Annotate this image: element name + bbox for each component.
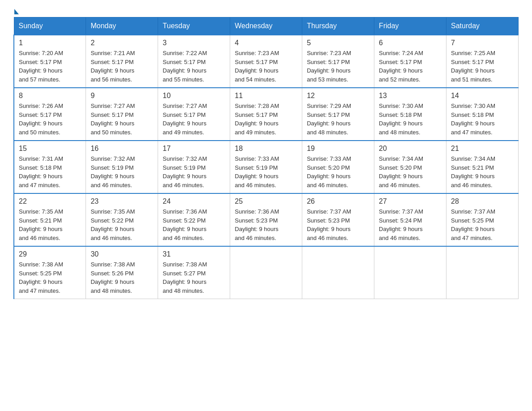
calendar-cell: 17Sunrise: 7:32 AMSunset: 5:19 PMDayligh… (158, 141, 230, 193)
day-number: 21 (451, 145, 514, 153)
calendar-cell: 5Sunrise: 7:23 AMSunset: 5:17 PMDaylight… (302, 35, 374, 88)
calendar-cell: 4Sunrise: 7:23 AMSunset: 5:17 PMDaylight… (230, 35, 302, 88)
calendar-week-row: 1Sunrise: 7:20 AMSunset: 5:17 PMDaylight… (14, 35, 519, 88)
calendar-cell: 30Sunrise: 7:38 AMSunset: 5:26 PMDayligh… (86, 246, 158, 299)
day-info: Sunrise: 7:38 AMSunset: 5:26 PMDaylight:… (90, 260, 153, 295)
day-number: 8 (19, 92, 81, 100)
day-number: 25 (235, 197, 297, 206)
day-number: 14 (451, 92, 514, 100)
calendar-cell: 14Sunrise: 7:30 AMSunset: 5:18 PMDayligh… (446, 88, 519, 141)
day-number: 30 (90, 250, 153, 258)
calendar-cell: 2Sunrise: 7:21 AMSunset: 5:17 PMDaylight… (86, 35, 158, 88)
day-info: Sunrise: 7:34 AMSunset: 5:20 PMDaylight:… (379, 154, 442, 189)
calendar-cell: 8Sunrise: 7:26 AMSunset: 5:17 PMDaylight… (14, 88, 86, 141)
day-info: Sunrise: 7:36 AMSunset: 5:23 PMDaylight:… (235, 207, 297, 242)
day-of-week-saturday: Saturday (446, 17, 519, 35)
day-info: Sunrise: 7:37 AMSunset: 5:23 PMDaylight:… (307, 207, 369, 242)
calendar-cell (374, 246, 446, 299)
day-info: Sunrise: 7:25 AMSunset: 5:17 PMDaylight:… (451, 49, 514, 84)
calendar-cell: 16Sunrise: 7:32 AMSunset: 5:19 PMDayligh… (86, 141, 158, 193)
calendar-week-row: 22Sunrise: 7:35 AMSunset: 5:21 PMDayligh… (14, 193, 519, 246)
day-number: 29 (19, 250, 81, 258)
day-number: 10 (163, 92, 225, 100)
day-number: 13 (379, 92, 442, 100)
calendar-cell: 27Sunrise: 7:37 AMSunset: 5:24 PMDayligh… (374, 193, 446, 246)
calendar-cell: 1Sunrise: 7:20 AMSunset: 5:17 PMDaylight… (14, 35, 86, 88)
page-header (13, 9, 519, 13)
calendar-cell (446, 246, 519, 299)
day-number: 6 (379, 39, 442, 47)
day-info: Sunrise: 7:23 AMSunset: 5:17 PMDaylight:… (235, 49, 297, 84)
day-info: Sunrise: 7:20 AMSunset: 5:17 PMDaylight:… (19, 49, 81, 84)
day-number: 17 (163, 145, 225, 153)
day-number: 22 (19, 197, 81, 206)
calendar-cell (230, 246, 302, 299)
calendar-cell: 26Sunrise: 7:37 AMSunset: 5:23 PMDayligh… (302, 193, 374, 246)
day-number: 16 (90, 145, 153, 153)
calendar-table: SundayMondayTuesdayWednesdayThursdayFrid… (13, 17, 519, 299)
calendar-cell: 3Sunrise: 7:22 AMSunset: 5:17 PMDaylight… (158, 35, 230, 88)
calendar-cell: 7Sunrise: 7:25 AMSunset: 5:17 PMDaylight… (446, 35, 519, 88)
day-info: Sunrise: 7:36 AMSunset: 5:22 PMDaylight:… (163, 207, 225, 242)
day-info: Sunrise: 7:37 AMSunset: 5:25 PMDaylight:… (451, 207, 514, 242)
day-number: 31 (163, 250, 225, 258)
logo-triangle-icon (14, 9, 19, 14)
day-of-week-friday: Friday (374, 17, 446, 35)
day-info: Sunrise: 7:33 AMSunset: 5:20 PMDaylight:… (307, 154, 369, 189)
day-number: 19 (307, 145, 369, 153)
day-number: 4 (235, 39, 297, 47)
day-info: Sunrise: 7:24 AMSunset: 5:17 PMDaylight:… (379, 49, 442, 84)
day-info: Sunrise: 7:30 AMSunset: 5:18 PMDaylight:… (451, 102, 514, 137)
day-info: Sunrise: 7:33 AMSunset: 5:19 PMDaylight:… (235, 154, 297, 189)
day-number: 15 (19, 145, 81, 153)
day-info: Sunrise: 7:30 AMSunset: 5:18 PMDaylight:… (379, 102, 442, 137)
day-info: Sunrise: 7:27 AMSunset: 5:17 PMDaylight:… (90, 102, 153, 137)
calendar-cell: 20Sunrise: 7:34 AMSunset: 5:20 PMDayligh… (374, 141, 446, 193)
day-info: Sunrise: 7:38 AMSunset: 5:27 PMDaylight:… (163, 260, 225, 295)
day-info: Sunrise: 7:28 AMSunset: 5:17 PMDaylight:… (235, 102, 297, 137)
calendar-cell: 13Sunrise: 7:30 AMSunset: 5:18 PMDayligh… (374, 88, 446, 141)
day-number: 26 (307, 197, 369, 206)
calendar-cell: 25Sunrise: 7:36 AMSunset: 5:23 PMDayligh… (230, 193, 302, 246)
day-number: 1 (19, 39, 81, 47)
day-info: Sunrise: 7:26 AMSunset: 5:17 PMDaylight:… (19, 102, 81, 137)
calendar-cell: 11Sunrise: 7:28 AMSunset: 5:17 PMDayligh… (230, 88, 302, 141)
day-of-week-tuesday: Tuesday (158, 17, 230, 35)
calendar-cell: 23Sunrise: 7:35 AMSunset: 5:22 PMDayligh… (86, 193, 158, 246)
day-number: 24 (163, 197, 225, 206)
day-number: 28 (451, 197, 514, 206)
day-info: Sunrise: 7:22 AMSunset: 5:17 PMDaylight:… (163, 49, 225, 84)
calendar-cell (302, 246, 374, 299)
day-info: Sunrise: 7:35 AMSunset: 5:22 PMDaylight:… (90, 207, 153, 242)
day-number: 11 (235, 92, 297, 100)
calendar-cell: 24Sunrise: 7:36 AMSunset: 5:22 PMDayligh… (158, 193, 230, 246)
day-number: 2 (90, 39, 153, 47)
day-info: Sunrise: 7:32 AMSunset: 5:19 PMDaylight:… (90, 154, 153, 189)
logo (13, 9, 20, 13)
calendar-cell: 10Sunrise: 7:27 AMSunset: 5:17 PMDayligh… (158, 88, 230, 141)
calendar-week-row: 15Sunrise: 7:31 AMSunset: 5:18 PMDayligh… (14, 141, 519, 193)
day-number: 9 (90, 92, 153, 100)
calendar-week-row: 8Sunrise: 7:26 AMSunset: 5:17 PMDaylight… (14, 88, 519, 141)
calendar-cell: 18Sunrise: 7:33 AMSunset: 5:19 PMDayligh… (230, 141, 302, 193)
day-info: Sunrise: 7:21 AMSunset: 5:17 PMDaylight:… (90, 49, 153, 84)
day-info: Sunrise: 7:23 AMSunset: 5:17 PMDaylight:… (307, 49, 369, 84)
day-number: 20 (379, 145, 442, 153)
day-info: Sunrise: 7:37 AMSunset: 5:24 PMDaylight:… (379, 207, 442, 242)
calendar-cell: 15Sunrise: 7:31 AMSunset: 5:18 PMDayligh… (14, 141, 86, 193)
calendar-cell: 19Sunrise: 7:33 AMSunset: 5:20 PMDayligh… (302, 141, 374, 193)
day-info: Sunrise: 7:38 AMSunset: 5:25 PMDaylight:… (19, 260, 81, 295)
day-of-week-wednesday: Wednesday (230, 17, 302, 35)
day-number: 5 (307, 39, 369, 47)
day-number: 27 (379, 197, 442, 206)
calendar-cell: 21Sunrise: 7:34 AMSunset: 5:21 PMDayligh… (446, 141, 519, 193)
day-info: Sunrise: 7:34 AMSunset: 5:21 PMDaylight:… (451, 154, 514, 189)
day-number: 23 (90, 197, 153, 206)
calendar-week-row: 29Sunrise: 7:38 AMSunset: 5:25 PMDayligh… (14, 246, 519, 299)
day-number: 3 (163, 39, 225, 47)
calendar-cell: 22Sunrise: 7:35 AMSunset: 5:21 PMDayligh… (14, 193, 86, 246)
day-number: 12 (307, 92, 369, 100)
day-number: 7 (451, 39, 514, 47)
calendar-cell: 6Sunrise: 7:24 AMSunset: 5:17 PMDaylight… (374, 35, 446, 88)
day-of-week-thursday: Thursday (302, 17, 374, 35)
